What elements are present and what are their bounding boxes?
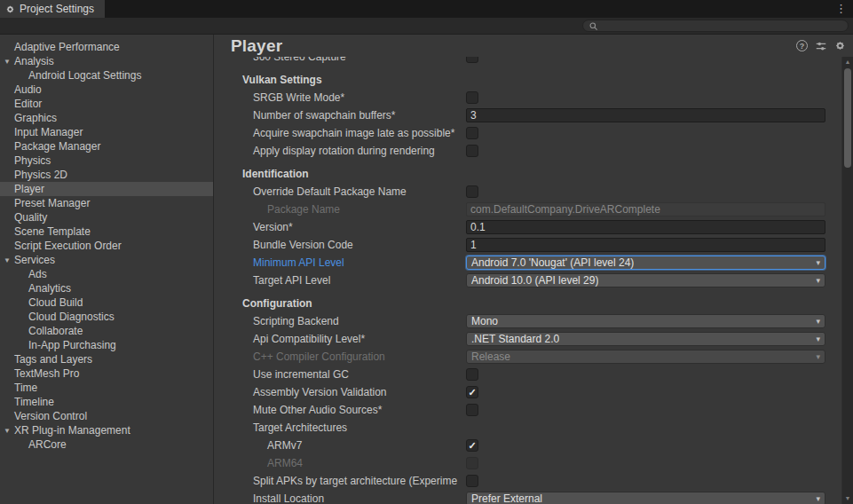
sidebar-item-graphics[interactable]: Graphics (0, 111, 213, 125)
setting-label-minimum-api-level: Minimum API Level (214, 256, 466, 269)
setting-row-scripting-backend: Scripting BackendMono▾ (214, 312, 825, 330)
sidebar-item-label: Quality (14, 211, 47, 224)
sidebar-item-ads[interactable]: Ads (0, 267, 213, 281)
sidebar-item-arcore[interactable]: ARCore (0, 437, 213, 452)
checkbox-acquire-swapchain-image-late-as-possible[interactable] (466, 127, 478, 139)
sidebar-item-time[interactable]: Time (0, 381, 213, 395)
sidebar-item-audio[interactable]: Audio (0, 83, 213, 97)
checkbox-armv7[interactable]: ✓ (466, 439, 478, 452)
vertical-scrollbar[interactable]: ▲ ▼ (841, 57, 853, 504)
setting-control (466, 127, 825, 139)
sidebar-item-timeline[interactable]: Timeline (0, 395, 213, 409)
window-tab-project-settings[interactable]: Project Settings (0, 0, 105, 18)
sidebar-item-cloud-diagnostics[interactable]: Cloud Diagnostics (0, 310, 213, 324)
sidebar-item-version-control[interactable]: Version Control (0, 409, 213, 423)
dropdown-caret-icon: ▾ (812, 276, 820, 285)
header-icons: ? (796, 40, 846, 52)
setting-control (466, 238, 825, 252)
sidebar-item-label: Package Manager (14, 140, 100, 153)
sidebar-item-scene-template[interactable]: Scene Template (0, 224, 213, 239)
sidebar-item-player[interactable]: Player (0, 182, 213, 196)
sidebar-item-textmesh-pro[interactable]: TextMesh Pro (0, 366, 213, 381)
sidebar-item-tags-and-layers[interactable]: Tags and Layers (0, 352, 213, 366)
foldout-arrow-icon[interactable]: ▼ (4, 424, 11, 438)
dropdown-target-api-level[interactable]: Android 10.0 (API level 29)▾ (466, 273, 825, 287)
sidebar-item-label: Timeline (14, 396, 54, 408)
sidebar-item-editor[interactable]: Editor (0, 97, 213, 111)
foldout-arrow-icon[interactable]: ▼ (4, 254, 11, 268)
dropdown-minimum-api-level[interactable]: Android 7.0 'Nougat' (API level 24)▾ (466, 256, 825, 270)
dropdown-caret-icon: ▾ (812, 258, 820, 267)
sidebar-item-physics-2d[interactable]: Physics 2D (0, 168, 213, 182)
setting-label-bundle-version-code: Bundle Version Code (214, 239, 466, 251)
sidebar-item-in-app-purchasing[interactable]: In-App Purchasing (0, 338, 213, 352)
scrollbar-thumb[interactable] (844, 68, 851, 168)
dropdown-value: Android 7.0 'Nougat' (API level 24) (471, 256, 634, 269)
window-menu-icon[interactable]: ⋮ (829, 0, 853, 18)
sidebar-item-label: Cloud Build (28, 296, 83, 309)
sidebar-item-collaborate[interactable]: Collaborate (0, 324, 213, 338)
preset-icon[interactable] (815, 40, 827, 52)
sidebar-item-analytics[interactable]: Analytics (0, 281, 213, 295)
sidebar-item-xr-plug-in-management[interactable]: ▼XR Plug-in Management (0, 423, 213, 437)
dropdown-install-location[interactable]: Prefer External▾ (466, 492, 825, 504)
setting-label-armv7: ARMv7 (214, 439, 466, 452)
dropdown-value: Mono (471, 315, 498, 327)
sidebar-item-label: Input Manager (14, 126, 83, 138)
sidebar-item-script-execution-order[interactable]: Script Execution Order (0, 239, 213, 253)
sidebar-item-cloud-build[interactable]: Cloud Build (0, 295, 213, 310)
sidebar-item-preset-manager[interactable]: Preset Manager (0, 196, 213, 210)
checkbox-override-default-package-name[interactable] (466, 185, 478, 198)
setting-control (466, 475, 825, 487)
sidebar-item-quality[interactable]: Quality (0, 210, 213, 224)
sidebar-item-android-logcat-settings[interactable]: Android Logcat Settings (0, 68, 213, 83)
checkbox-use-incremental-gc[interactable] (466, 368, 478, 381)
sidebar-item-input-manager[interactable]: Input Manager (0, 125, 213, 139)
sidebar-item-label: Time (14, 382, 37, 394)
settings-gear-icon (5, 4, 15, 14)
dropdown-scripting-backend[interactable]: Mono▾ (466, 314, 825, 328)
scroll-down-icon[interactable]: ▼ (842, 493, 853, 504)
sidebar-item-label: Audio (14, 83, 42, 96)
setting-row-c-compiler-configuration: C++ Compiler ConfigurationRelease▾ (214, 348, 825, 366)
setting-row-mute-other-audio-sources: Mute Other Audio Sources* (214, 401, 825, 419)
text-field-number-of-swapchain-buffers[interactable] (466, 108, 825, 122)
setting-row-minimum-api-level: Minimum API LevelAndroid 7.0 'Nougat' (A… (214, 254, 825, 272)
help-icon[interactable]: ? (796, 40, 808, 51)
main-panel: Player ? (214, 35, 853, 504)
sidebar-item-package-manager[interactable]: Package Manager (0, 139, 213, 154)
setting-label-number-of-swapchain-buffers: Number of swapchain buffers* (214, 109, 466, 122)
sidebar-item-analysis[interactable]: ▼Analysis (0, 54, 213, 68)
sidebar-item-label: Ads (28, 268, 47, 280)
checkbox-split-apks-by-target-architecture-experime[interactable] (466, 475, 478, 487)
setting-row-package-name: Package Name (214, 201, 825, 218)
setting-label-acquire-swapchain-image-late-as-possible: Acquire swapchain image late as possible… (214, 127, 466, 139)
checkbox-srgb-write-mode[interactable] (466, 91, 478, 104)
checkbox-arm64 (466, 457, 478, 469)
search-box[interactable] (582, 20, 849, 32)
checkbox-mute-other-audio-sources[interactable] (466, 404, 478, 416)
checkbox-360-stereo-capture[interactable] (466, 57, 478, 63)
sidebar-item-adaptive-performance[interactable]: Adaptive Performance (0, 40, 213, 54)
checkbox-apply-display-rotation-during-rendering[interactable] (466, 145, 478, 157)
checkbox-assembly-version-validation[interactable]: ✓ (466, 386, 478, 398)
checkmark-icon: ✓ (468, 441, 476, 451)
search-input[interactable] (602, 20, 842, 31)
sidebar-item-label: Services (14, 254, 55, 266)
text-field-version[interactable] (466, 220, 825, 234)
setting-label-api-compatibility-level: Api Compatibility Level* (214, 333, 466, 345)
text-field-bundle-version-code[interactable] (466, 238, 825, 252)
sidebar-item-physics[interactable]: Physics (0, 154, 213, 168)
gear-icon[interactable] (834, 40, 846, 51)
checkmark-icon: ✓ (468, 388, 476, 398)
setting-control (466, 202, 825, 217)
sidebar-item-label: Adaptive Performance (14, 41, 120, 53)
setting-row-target-architectures: Target Architectures (214, 419, 825, 437)
search-icon (588, 21, 598, 31)
scroll-up-icon[interactable]: ▲ (842, 57, 853, 67)
sidebar-item-label: Player (14, 183, 44, 195)
foldout-arrow-icon[interactable]: ▼ (4, 55, 11, 69)
sidebar-item-services[interactable]: ▼Services (0, 253, 213, 267)
dropdown-api-compatibility-level[interactable]: .NET Standard 2.0▾ (466, 332, 825, 346)
setting-label-arm64: ARM64 (214, 457, 466, 469)
